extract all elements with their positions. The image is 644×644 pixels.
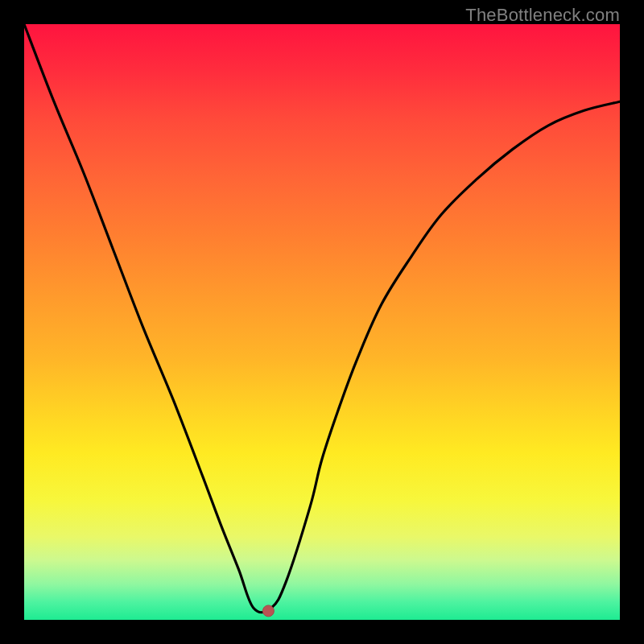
chart-frame: TheBottleneck.com [0, 0, 644, 644]
marker-dot [262, 605, 274, 617]
curve-path [24, 24, 620, 613]
watermark-text: TheBottleneck.com [465, 5, 620, 26]
chart-svg [24, 24, 620, 620]
plot-area [24, 24, 620, 620]
